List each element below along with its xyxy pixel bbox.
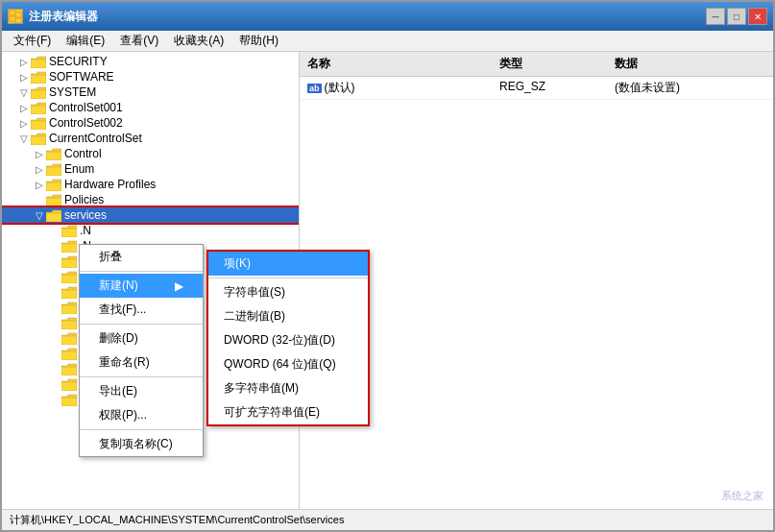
status-bar: 计算机\HKEY_LOCAL_MACHINE\SYSTEM\CurrentCon…: [2, 509, 773, 530]
svg-rect-1: [15, 12, 21, 17]
ctx-permissions[interactable]: 权限(P)...: [80, 403, 203, 427]
menu-bar: 文件(F) 编辑(E) 查看(V) 收藏夹(A) 帮助(H): [2, 31, 773, 52]
menu-edit[interactable]: 编辑(E): [59, 31, 112, 51]
ab-icon: ab: [307, 84, 322, 93]
expand-software[interactable]: ▷: [17, 70, 31, 84]
tree-label-software: SOFTWARE: [49, 70, 114, 84]
menu-file[interactable]: 文件(F): [6, 31, 59, 51]
folder-icon-services: [46, 208, 61, 222]
ctx-new[interactable]: 新建(N) ▶: [80, 274, 203, 298]
reg-cell-data-default: (数值未设置): [611, 79, 769, 97]
col-header-name: 名称: [303, 54, 496, 74]
menu-favorites[interactable]: 收藏夹(A): [166, 31, 231, 51]
close-button[interactable]: ✕: [748, 8, 767, 25]
col-header-type: 类型: [496, 54, 611, 74]
expand-security[interactable]: ▷: [17, 55, 31, 68]
folder-icon-n4: [61, 270, 77, 283]
folder-icon-currentcontrolset: [31, 132, 46, 145]
right-panel: 名称 类型 数据 ab (默认) REG_SZ (数值未设置): [300, 52, 773, 509]
tree-item-security[interactable]: ▷ SECURITY: [2, 54, 299, 69]
tree-item-n1[interactable]: .N: [2, 223, 299, 238]
minimize-button[interactable]: ─: [706, 8, 725, 25]
ctx-separator-4: [80, 429, 203, 430]
tree-label-control: Control: [64, 147, 102, 160]
expand-controlset001[interactable]: ▷: [17, 101, 31, 114]
menu-view[interactable]: 查看(V): [112, 31, 166, 51]
reg-row-default[interactable]: ab (默认) REG_SZ (数值未设置): [300, 77, 773, 100]
tree-label-controlset002: ControlSet002: [49, 116, 123, 130]
registry-editor-window: 注册表编辑器 ─ □ ✕ 文件(F) 编辑(E) 查看(V) 收藏夹(A) 帮助…: [0, 0, 775, 532]
folder-icon-bracket0b: [61, 347, 77, 360]
folder-icon-bracket0c: [61, 362, 77, 375]
tree-item-currentcontrolset[interactable]: ▽ CurrentControlSet: [2, 131, 299, 146]
tree-label-n1: .N: [80, 224, 91, 237]
tree-item-controlset002[interactable]: ▷ ControlSet002: [2, 115, 299, 131]
folder-icon-1394ohci: [61, 377, 77, 391]
context-menu: 折叠 新建(N) ▶ 查找(F)... 删除(D) 重命名(R) 导出(E) 权…: [79, 244, 204, 457]
ctx-rename[interactable]: 重命名(R): [80, 351, 203, 375]
ctx-export[interactable]: 导出(E): [80, 379, 203, 403]
ctx-delete[interactable]: 删除(D): [80, 326, 203, 351]
svg-rect-2: [10, 16, 15, 21]
expand-enum[interactable]: ▷: [33, 162, 46, 176]
expand-hardware-profiles[interactable]: ▷: [33, 178, 46, 191]
status-path: 计算机\HKEY_LOCAL_MACHINE\SYSTEM\CurrentCon…: [10, 513, 344, 527]
title-controls: ─ □ ✕: [706, 8, 767, 25]
folder-icon-system: [31, 85, 46, 99]
folder-icon-controlset001: [31, 101, 46, 114]
folder-icon-n6: [61, 301, 77, 314]
tree-label-policies: Policies: [64, 193, 104, 206]
submenu-new-qword[interactable]: QWORD (64 位)值(Q): [208, 352, 368, 376]
tree-item-controlset001[interactable]: ▷ ControlSet001: [2, 100, 299, 115]
tree-item-hardware-profiles[interactable]: ▷ Hardware Profiles: [2, 177, 299, 192]
window-title: 注册表编辑器: [29, 9, 98, 25]
folder-icon-n1: [61, 224, 77, 237]
folder-icon-n7: [61, 316, 77, 329]
tree-item-policies[interactable]: Policies: [2, 192, 299, 207]
maximize-button[interactable]: □: [727, 8, 746, 25]
expand-controlset002[interactable]: ▷: [17, 116, 31, 130]
svg-rect-0: [10, 11, 15, 15]
app-icon: [8, 9, 23, 24]
reg-cell-name-default: ab (默认): [303, 79, 496, 97]
expand-system[interactable]: ▽: [17, 85, 31, 99]
svg-rect-3: [15, 18, 21, 23]
tree-item-control[interactable]: ▷ Control: [2, 146, 299, 161]
tree-label-enum: Enum: [64, 162, 94, 176]
folder-icon-360antihacker: [61, 393, 77, 406]
folder-icon-n3: [61, 254, 77, 268]
reg-name-value: (默认): [325, 80, 355, 96]
ctx-separator-2: [80, 324, 203, 325]
expand-control[interactable]: ▷: [33, 147, 46, 160]
expand-currentcontrolset[interactable]: ▽: [17, 132, 31, 145]
ctx-copy-name[interactable]: 复制项名称(C): [80, 432, 203, 456]
expand-services[interactable]: ▽: [33, 208, 46, 222]
submenu-new-key[interactable]: 项(K): [208, 252, 368, 276]
submenu-new-expand[interactable]: 可扩充字符串值(E): [208, 400, 368, 424]
submenu-new-dword[interactable]: DWORD (32-位)值(D): [208, 328, 368, 352]
tree-item-system[interactable]: ▽ SYSTEM: [2, 85, 299, 100]
menu-help[interactable]: 帮助(H): [231, 31, 286, 51]
submenu-new-binary[interactable]: 二进制值(B): [208, 304, 368, 328]
tree-item-services[interactable]: ▽ services: [2, 207, 299, 223]
ctx-separator-1: [80, 271, 203, 272]
ctx-collapse[interactable]: 折叠: [80, 245, 203, 269]
folder-icon-security: [31, 55, 46, 68]
folder-icon-bracket0a: [61, 331, 77, 345]
folder-icon-enum: [46, 162, 61, 176]
tree-label-hardware-profiles: Hardware Profiles: [64, 178, 156, 191]
col-header-data: 数据: [611, 54, 769, 74]
tree-item-software[interactable]: ▷ SOFTWARE: [2, 69, 299, 85]
folder-icon-controlset002: [31, 116, 46, 130]
folder-icon-hardware-profiles: [46, 178, 61, 191]
tree-label-currentcontrolset: CurrentControlSet: [49, 132, 142, 145]
reg-table-header: 名称 类型 数据: [300, 52, 773, 77]
submenu-new-string[interactable]: 字符串值(S): [208, 280, 368, 304]
ctx-find[interactable]: 查找(F)...: [80, 298, 203, 322]
tree-item-enum[interactable]: ▷ Enum: [2, 161, 299, 177]
submenu-new-multi[interactable]: 多字符串值(M): [208, 376, 368, 400]
ctx-new-arrow: ▶: [175, 279, 183, 293]
folder-icon-n5: [61, 285, 77, 299]
reg-cell-type-default: REG_SZ: [496, 79, 611, 97]
tree-label-system: SYSTEM: [49, 85, 96, 99]
